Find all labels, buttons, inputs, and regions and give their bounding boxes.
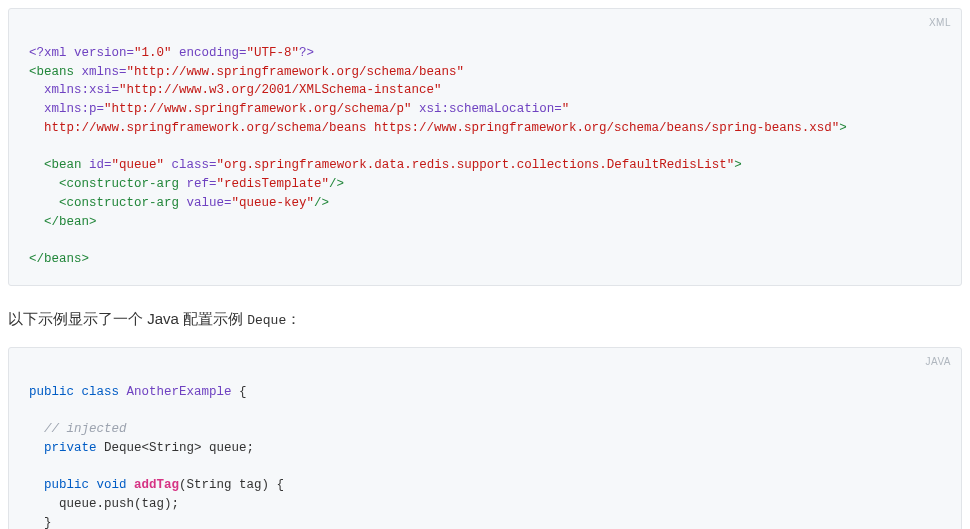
- class-name: AnotherExample: [127, 385, 232, 399]
- xmlns-attr: xmlns=: [82, 65, 127, 79]
- method-body: queue.push(tag);: [59, 497, 179, 511]
- arg1-ref-val: "redisTemplate": [217, 177, 330, 191]
- xml-code-block: XML<?xml version="1.0" encoding="UTF-8"?…: [8, 8, 962, 286]
- kw-public-1: public: [29, 385, 74, 399]
- bean-open: <bean: [44, 158, 82, 172]
- xml-encoding-val: "UTF-8": [247, 46, 300, 60]
- arg2-open: <constructor-arg: [59, 196, 179, 210]
- bean-class-attr: class=: [172, 158, 217, 172]
- field-name: queue;: [209, 441, 254, 455]
- rbrace-1: }: [44, 516, 52, 529]
- xml-version-attr: version=: [74, 46, 134, 60]
- kw-void: void: [97, 478, 127, 492]
- loc-attr: xsi:schemaLocation=: [419, 102, 562, 116]
- arg1-open: <constructor-arg: [59, 177, 179, 191]
- description-paragraph: 以下示例显示了一个 Java 配置示例 Deque：: [8, 310, 962, 329]
- arg2-value-attr: value=: [187, 196, 232, 210]
- para-code: Deque: [247, 313, 286, 328]
- lbrace-1: {: [239, 385, 247, 399]
- para-post: ：: [286, 310, 301, 327]
- kw-private: private: [44, 441, 97, 455]
- beans-open: <beans: [29, 65, 74, 79]
- java-lang-label: JAVA: [925, 354, 951, 369]
- kw-class: class: [82, 385, 120, 399]
- bean-id-attr: id=: [89, 158, 112, 172]
- xml-decl-open: <?xml: [29, 46, 67, 60]
- xml-decl-close: ?>: [299, 46, 314, 60]
- p-val: "http://www.springframework.org/schema/p…: [104, 102, 412, 116]
- p-attr: xmlns:p=: [44, 102, 104, 116]
- kw-public-2: public: [44, 478, 89, 492]
- xml-version-val: "1.0": [134, 46, 172, 60]
- arg2-value-val: "queue-key": [232, 196, 315, 210]
- xml-encoding-attr: encoding=: [179, 46, 247, 60]
- bean-close: </bean>: [44, 215, 97, 229]
- bean-gt: >: [734, 158, 742, 172]
- xsi-val: "http://www.w3.org/2001/XMLSchema-instan…: [119, 83, 442, 97]
- bean-class-val: "org.springframework.data.redis.support.…: [217, 158, 735, 172]
- beans-gt: >: [839, 121, 847, 135]
- method-params: (String tag) {: [179, 478, 284, 492]
- comment-injected: // injected: [44, 422, 127, 436]
- field-type: Deque<String>: [104, 441, 202, 455]
- arg2-close: />: [314, 196, 329, 210]
- xmlns-val: "http://www.springframework.org/schema/b…: [127, 65, 465, 79]
- java-code-block: JAVApublic class AnotherExample { // inj…: [8, 347, 962, 529]
- loc-line: http://www.springframework.org/schema/be…: [44, 121, 839, 135]
- method-name: addTag: [134, 478, 179, 492]
- xml-lang-label: XML: [929, 15, 951, 30]
- arg1-close: />: [329, 177, 344, 191]
- para-pre: 以下示例显示了一个 Java 配置示例: [8, 310, 247, 327]
- xsi-attr: xmlns:xsi=: [44, 83, 119, 97]
- bean-id-val: "queue": [112, 158, 165, 172]
- loc-open: ": [562, 102, 570, 116]
- arg1-ref-attr: ref=: [187, 177, 217, 191]
- beans-close: </beans>: [29, 252, 89, 266]
